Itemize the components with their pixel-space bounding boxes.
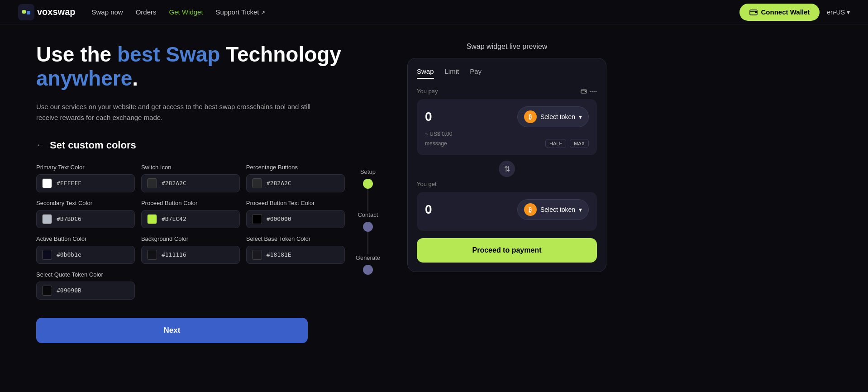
- pay-token-chevron: ▾: [579, 113, 582, 120]
- active-button-color-input[interactable]: #0b0b1e: [36, 246, 135, 264]
- wallet-balance-row: ----: [581, 88, 597, 95]
- tab-swap[interactable]: Swap: [417, 67, 434, 79]
- proceed-button-text-color-input[interactable]: #000000: [246, 210, 345, 228]
- base-token-color-input[interactable]: #18181E: [246, 246, 345, 264]
- header-left: voxswap Swap now Orders Get Widget Suppo…: [18, 4, 265, 20]
- quote-token-color-field: Select Quote Token Color #09090B: [36, 271, 135, 300]
- percentage-buttons-color-swatch: [252, 178, 262, 188]
- background-color-input[interactable]: #111116: [141, 246, 240, 264]
- color-row-3: Active Button Color #0b0b1e Background C…: [36, 235, 345, 264]
- base-token-color-label: Select Base Token Color: [246, 235, 345, 242]
- base-token-color-swatch: [252, 250, 262, 260]
- quote-token-color-swatch: [42, 286, 52, 296]
- language-selector[interactable]: en-US ▾: [827, 9, 850, 16]
- switch-icon-color-input[interactable]: #282A2C: [141, 174, 240, 192]
- secondary-text-color-input[interactable]: #B7BDC6: [36, 210, 135, 228]
- back-arrow-icon[interactable]: ←: [36, 140, 44, 150]
- color-row-1: Primary Text Color #FFFFFF Switch Icon #…: [36, 164, 345, 192]
- get-token-icon: ₿: [524, 203, 537, 216]
- main-content: Use the best Swap Technology anywhere. U…: [0, 24, 868, 392]
- base-token-color-field: Select Base Token Color #18181E: [246, 235, 345, 264]
- percentage-buttons-color-input[interactable]: #282A2C: [246, 174, 345, 192]
- secondary-text-color-swatch: [42, 214, 52, 224]
- nav-get-widget[interactable]: Get Widget: [169, 8, 203, 16]
- get-amount: 0: [425, 202, 432, 217]
- color-row-4: Select Quote Token Color #09090B: [36, 271, 345, 300]
- base-token-color-value: #18181E: [267, 251, 291, 258]
- nav-swap-now[interactable]: Swap now: [91, 8, 123, 16]
- you-pay-box: 0 ₿ Select token ▾ ~ US$ 0.00 message HA…: [417, 99, 597, 155]
- widget-tabs: Swap Limit Pay: [417, 67, 597, 79]
- quote-token-color-input[interactable]: #09090B: [36, 282, 135, 300]
- secondary-text-color-value: #B7BDC6: [57, 215, 81, 222]
- header-right: Connect Wallet en-US ▾: [739, 4, 850, 21]
- logo-icon: [18, 4, 34, 20]
- you-get-label-row: You get: [417, 181, 597, 187]
- proceed-button-color-input[interactable]: #B7EC42: [141, 210, 240, 228]
- half-max-row: HALF MAX: [545, 139, 589, 148]
- quote-token-color-label: Select Quote Token Color: [36, 271, 135, 278]
- step-setup-label: Setup: [360, 168, 376, 175]
- proceed-button-text-color-label: Proceed Button Text Color: [246, 200, 345, 206]
- step-contact: Contact: [358, 211, 378, 254]
- pay-token-icon: ₿: [524, 110, 537, 123]
- proceed-button-text-color-swatch: [252, 214, 262, 224]
- you-pay-label-row: You pay ----: [417, 88, 597, 95]
- connect-wallet-button[interactable]: Connect Wallet: [739, 4, 820, 21]
- svg-rect-0: [22, 10, 26, 14]
- percentage-buttons-color-label: Percentage Buttons: [246, 164, 345, 171]
- pay-token-label: Select token: [540, 113, 575, 120]
- swap-direction-button[interactable]: ⇅: [499, 161, 515, 177]
- proceed-button-color-field: Proceed Button Color #B7EC42: [141, 200, 240, 228]
- preview-label: Swap widget live preview: [407, 43, 606, 51]
- background-color-field: Background Color #111116: [141, 235, 240, 264]
- step-setup-dot: [363, 179, 373, 189]
- form-and-stepper: Primary Text Color #FFFFFF Switch Icon #…: [36, 164, 380, 343]
- step-generate: Generate: [356, 254, 380, 275]
- header: voxswap Swap now Orders Get Widget Suppo…: [0, 0, 868, 24]
- primary-text-color-swatch: [42, 178, 52, 188]
- get-amount-row: 0 ₿ Select token ▾: [425, 199, 589, 220]
- step-setup: Setup: [360, 168, 376, 211]
- pay-amount[interactable]: 0: [425, 110, 432, 124]
- wallet-small-icon: [581, 88, 587, 95]
- hero-title-anywhere: anywhere: [36, 67, 132, 90]
- get-token-chevron: ▾: [579, 206, 582, 213]
- you-get-label: You get: [417, 181, 437, 187]
- tab-pay[interactable]: Pay: [470, 67, 482, 79]
- wallet-balance-value: ----: [590, 88, 597, 95]
- message-text: message: [425, 140, 447, 147]
- hero-title-highlight: best Swap: [117, 43, 220, 66]
- pay-token-select-button[interactable]: ₿ Select token ▾: [517, 106, 589, 127]
- step-generate-dot: [363, 265, 373, 275]
- max-button[interactable]: MAX: [570, 139, 589, 148]
- get-token-select-button[interactable]: ₿ Select token ▾: [517, 199, 589, 220]
- pay-usd-value: ~ US$ 0.00: [425, 131, 589, 137]
- swap-arrow-container: ⇅: [417, 161, 597, 177]
- percentage-buttons-color-field: Percentage Buttons #282A2C: [246, 164, 345, 192]
- background-color-label: Background Color: [141, 235, 240, 242]
- stepper: Setup Contact Generate: [356, 164, 380, 275]
- hero-title-part2: Technology: [220, 43, 341, 66]
- switch-icon-color-swatch: [147, 178, 157, 188]
- proceed-button-color-swatch: [147, 214, 157, 224]
- half-button[interactable]: HALF: [545, 139, 566, 148]
- section-title: Set custom colors: [50, 139, 136, 151]
- tab-limit[interactable]: Limit: [445, 67, 459, 79]
- hero-title-part1: Use the: [36, 43, 117, 66]
- proceed-button-color-label: Proceed Button Color: [141, 200, 240, 206]
- step-line-2: [367, 232, 368, 254]
- you-get-box: 0 ₿ Select token ▾: [417, 192, 597, 231]
- hero-title: Use the best Swap Technology anywhere.: [36, 43, 380, 91]
- nav-orders[interactable]: Orders: [136, 8, 157, 16]
- primary-text-color-input[interactable]: #FFFFFF: [36, 174, 135, 192]
- proceed-to-payment-button[interactable]: Proceed to payment: [417, 238, 597, 263]
- switch-icon-color-label: Switch Icon: [141, 164, 240, 171]
- nav-support[interactable]: Support Ticket: [216, 8, 265, 16]
- step-contact-label: Contact: [358, 211, 378, 218]
- next-button[interactable]: Next: [36, 318, 308, 343]
- step-line-1: [367, 189, 368, 211]
- logo: voxswap: [18, 4, 75, 20]
- wallet-icon: [749, 8, 758, 16]
- hero-title-dot: .: [132, 67, 138, 90]
